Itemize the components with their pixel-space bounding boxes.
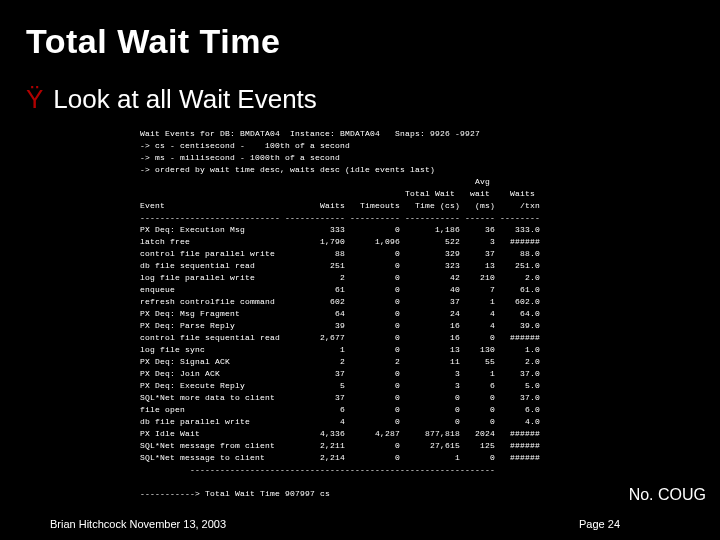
bullet-symbol: Ÿ [26,84,43,115]
slide: Total Wait Time Ÿ Look at all Wait Event… [0,0,720,540]
footer-author-date: Brian Hitchcock November 13, 2003 [50,518,226,530]
footer-page: Page 24 [579,518,620,530]
footer-tag: No. COUG [629,486,706,504]
wait-events-report: Wait Events for DB: BMDATA04 Instance: B… [140,128,540,500]
bullet-text: Look at all Wait Events [53,84,317,115]
page-title: Total Wait Time [26,22,280,61]
bullet-row: Ÿ Look at all Wait Events [26,84,317,115]
